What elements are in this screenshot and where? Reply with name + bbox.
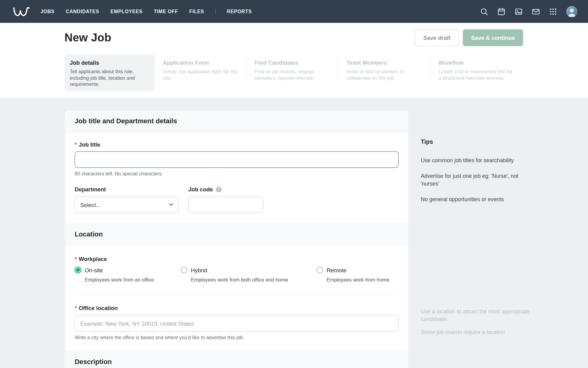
workplace-option-description: Employees work from both office and home xyxy=(191,277,316,283)
tip-item: No general opportunities or events xyxy=(421,196,530,203)
job-code-label: Job code ? xyxy=(188,186,263,193)
tip-item-muted: Some job boards require a location xyxy=(421,328,530,335)
page-header: New Job Save draft Save & continue Job d… xyxy=(0,23,588,98)
workplace-option-onsite[interactable]: On-site Employees work from an office xyxy=(75,266,181,283)
step-title: Find Candidates xyxy=(254,59,333,66)
office-location-helper: Write a city where the office is based a… xyxy=(75,335,399,340)
avatar[interactable] xyxy=(566,6,578,17)
required-asterisk: * xyxy=(75,305,77,311)
step-description: Post on job boards, engage recruiters, r… xyxy=(254,68,331,81)
section-location: Location xyxy=(65,224,409,245)
page-title: New Job xyxy=(65,31,111,44)
tip-item: Use common job titles for searchability xyxy=(421,157,530,164)
required-asterisk: * xyxy=(75,141,77,148)
search-icon[interactable] xyxy=(480,7,488,16)
step-description: Design the application form for this rol… xyxy=(163,68,239,81)
tips-title: Tips xyxy=(421,139,530,145)
nav-item-time-off[interactable]: TIME OFF xyxy=(154,9,178,14)
calendar-icon[interactable] xyxy=(497,7,506,16)
workplace-options: On-site Employees work from an office Hy… xyxy=(75,266,399,283)
radio-hybrid[interactable] xyxy=(181,266,187,273)
job-code-field: Job code ? xyxy=(188,186,263,213)
step-description: Tell applicants about this role, includi… xyxy=(70,68,147,87)
job-title-fields: * Job title 80 characters left. No speci… xyxy=(65,132,409,224)
workplace-option-description: Employees work from an office xyxy=(85,277,181,283)
step-title: Application Form xyxy=(163,59,241,66)
step-job-details[interactable]: Job details Tell applicants about this r… xyxy=(65,55,155,91)
section-title: Location xyxy=(75,230,103,238)
location-tips-panel: Use a location to attract the most appro… xyxy=(421,308,530,341)
workplace-option-remote[interactable]: Remote Employees work from home xyxy=(316,266,389,283)
header-actions: Save draft Save & continue xyxy=(415,29,523,46)
section-title: Description xyxy=(75,358,112,366)
department-select[interactable]: Select... xyxy=(75,196,179,213)
step-application-form[interactable]: Application Form Design the application … xyxy=(163,55,246,81)
nav-item-jobs[interactable]: JOBS xyxy=(40,9,55,14)
tip-item-muted: Use a location to attract the most appro… xyxy=(421,308,530,323)
department-field: Department Select... xyxy=(75,186,179,213)
save-draft-button[interactable]: Save draft xyxy=(415,29,459,46)
section-job-title-department: Job title and Department details xyxy=(65,110,409,132)
step-title: Team Members xyxy=(346,59,424,66)
nav-item-candidates[interactable]: CANDIDATES xyxy=(66,9,99,14)
office-location-input[interactable] xyxy=(75,315,399,332)
section-description: Description xyxy=(65,351,409,368)
step-title: Workflow xyxy=(438,59,517,66)
mail-icon[interactable] xyxy=(532,7,540,16)
step-team-members[interactable]: Team Members Invite or add co-workers to… xyxy=(346,55,430,81)
nav-item-employees[interactable]: EMPLOYEES xyxy=(111,9,143,14)
radio-onsite[interactable] xyxy=(75,266,81,273)
radio-remote[interactable] xyxy=(316,266,323,273)
required-asterisk: * xyxy=(75,256,77,262)
step-description: Invite or add co-workers to collaborate … xyxy=(346,68,423,81)
job-title-helper: 80 characters left. No special character… xyxy=(75,171,399,176)
department-jobcode-row: Department Select... Job code xyxy=(75,186,399,223)
workplace-option-hybrid[interactable]: Hybrid Employees work from both office a… xyxy=(181,266,316,283)
step-workflow[interactable]: Workflow Create a kit or assessment test… xyxy=(438,55,522,81)
top-nav: JOBS CANDIDATES EMPLOYEES TIME OFF FILES… xyxy=(0,0,588,23)
nav-actions xyxy=(480,0,577,23)
step-description: Create a kit or assessment test for a st… xyxy=(438,68,515,81)
office-location-label: * Office location xyxy=(75,305,399,311)
job-steps: Job details Tell applicants about this r… xyxy=(65,55,530,91)
app-window: JOBS CANDIDATES EMPLOYEES TIME OFF FILES… xyxy=(0,0,588,368)
job-code-input[interactable] xyxy=(188,196,263,213)
job-details-form-card: Job title and Department details * Job t… xyxy=(65,110,409,368)
workable-logo[interactable] xyxy=(13,6,30,17)
job-title-label: * Job title xyxy=(75,141,399,148)
workplace-option-description: Employees work from home xyxy=(327,277,390,283)
help-icon[interactable]: ? xyxy=(216,187,221,192)
nav-item-files[interactable]: FILES xyxy=(189,9,204,14)
apps-grid-icon[interactable] xyxy=(549,7,557,16)
step-find-candidates[interactable]: Find Candidates Post on job boards, enga… xyxy=(254,55,338,81)
nav-divider xyxy=(215,9,216,15)
department-selected-value: Select... xyxy=(80,201,100,208)
section-title: Job title and Department details xyxy=(75,117,177,125)
department-label: Department xyxy=(75,186,179,193)
nav-item-reports[interactable]: REPORTS xyxy=(227,9,252,14)
save-continue-button[interactable]: Save & continue xyxy=(463,29,523,46)
step-title: Job details xyxy=(70,59,149,66)
job-title-input[interactable] xyxy=(75,151,399,168)
tips-panel: Tips Use common job titles for searchabi… xyxy=(421,139,530,203)
chevron-down-icon xyxy=(169,203,173,206)
tip-item: Advertise for just one job eg: 'Nurse', … xyxy=(421,172,530,187)
workplace-label: * Workplace xyxy=(75,256,399,262)
location-fields: * Workplace On-site Employees work from … xyxy=(65,245,409,351)
nav-menu: JOBS CANDIDATES EMPLOYEES TIME OFF FILES… xyxy=(40,9,252,15)
media-icon[interactable] xyxy=(514,7,523,16)
section-divider xyxy=(75,294,399,294)
